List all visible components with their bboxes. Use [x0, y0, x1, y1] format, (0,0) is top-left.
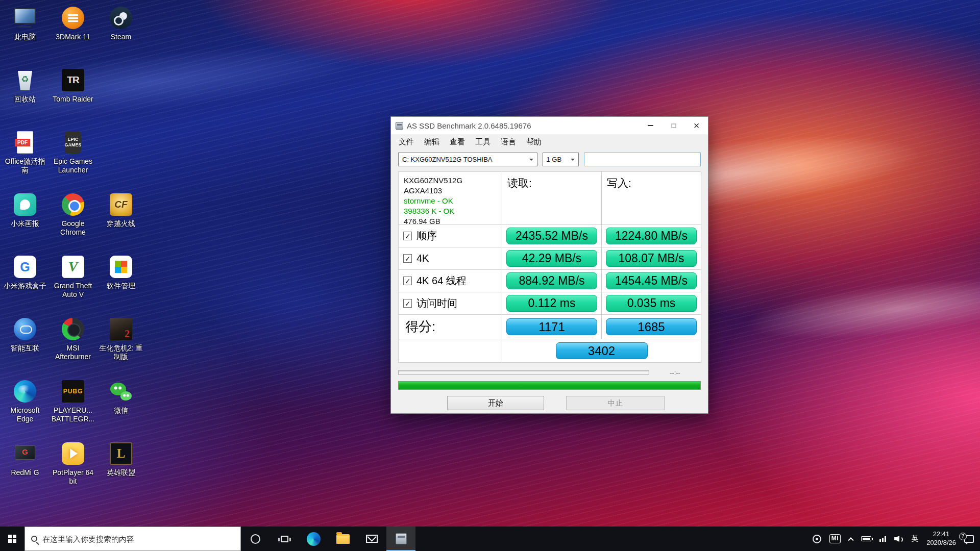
battery-icon[interactable]	[861, 536, 871, 541]
volume-icon[interactable]	[894, 535, 903, 542]
tray-app-icon[interactable]	[813, 535, 821, 543]
mail-button[interactable]	[357, 527, 386, 551]
desktop-icon-software-manager[interactable]: 软件管理	[97, 252, 145, 314]
abort-button[interactable]: 中止	[566, 396, 665, 410]
test-progress-bar	[398, 370, 649, 375]
task-view-icon	[281, 536, 288, 542]
minimize-button[interactable]	[639, 117, 662, 134]
as-ssd-taskbar-button[interactable]	[386, 527, 415, 551]
as-ssd-benchmark-window: AS SSD Benchmark 2.0.6485.19676 × 文件 编辑 …	[390, 116, 708, 414]
clock-time: 22:41	[926, 530, 956, 539]
close-button[interactable]: ×	[685, 117, 708, 134]
taskbar-search[interactable]	[24, 527, 241, 551]
write-score-cell: 1685	[602, 315, 701, 339]
mi-tray-icon[interactable]: MI	[829, 534, 841, 543]
resident-evil-2-icon	[109, 317, 133, 341]
start-button[interactable]: 开始	[447, 396, 544, 410]
desktop-icon-epic-games[interactable]: Epic Games Launcher	[49, 128, 97, 190]
test-row-4k64: 4K 64 线程 884.92 MB/s 1454.45 MB/s	[399, 270, 701, 292]
msi-afterburner-icon	[61, 317, 85, 341]
window-titlebar[interactable]: AS SSD Benchmark 2.0.6485.19676 ×	[391, 117, 708, 134]
4k64-write-value: 1454.45 MB/s	[606, 272, 697, 289]
ime-indicator[interactable]: 英	[911, 534, 918, 543]
clock[interactable]: 22:41 2020/8/26	[926, 530, 956, 547]
desktop-icon-steam[interactable]: Steam	[97, 3, 145, 65]
app-icon	[396, 122, 403, 130]
potplayer-icon	[61, 441, 85, 466]
desktop-icon-mi-pictorial[interactable]: 小米画报	[1, 190, 49, 252]
task-view-button[interactable]	[270, 527, 299, 551]
network-icon[interactable]	[879, 536, 886, 542]
desktop-icon-label: PotPlayer 64 bit	[50, 468, 96, 485]
hidden-icons-chevron-icon[interactable]	[848, 537, 853, 543]
file-explorer-button[interactable]	[328, 527, 357, 551]
desktop-icon-resident-evil-2[interactable]: 生化危机2: 重制版	[97, 314, 145, 377]
benchmark-text-field[interactable]	[584, 153, 701, 166]
tomb-raider-icon	[61, 68, 85, 92]
access-time-read-value: 0.112 ms	[506, 295, 597, 312]
action-center-button[interactable]: 7	[964, 535, 974, 543]
desktop-icon-potplayer[interactable]: PotPlayer 64 bit	[49, 439, 97, 501]
desktop-icon-crossfire[interactable]: 穿越火线	[97, 190, 145, 252]
seq-read-cell: 2435.52 MB/s	[502, 225, 602, 247]
benchmark-table: KXG60ZNV512G AGXA4103 stornvme - OK 3983…	[398, 171, 701, 363]
edge-icon	[307, 532, 321, 546]
access-time-checkbox[interactable]	[403, 299, 412, 308]
desktop-icon-wechat[interactable]: 微信	[97, 377, 145, 439]
desktop-icon-gta-v[interactable]: Grand Theft Auto V	[49, 252, 97, 314]
software-manager-icon	[109, 255, 133, 279]
desktop-icon-label: 此电脑	[2, 33, 48, 41]
menu-help[interactable]: 帮助	[521, 134, 547, 149]
desktop-icon-label: 回收站	[2, 95, 48, 104]
desktop-icon-mi-game-box[interactable]: 小米游戏盒子	[1, 252, 49, 314]
desktop-icon-smart-connect[interactable]: 智能互联	[1, 314, 49, 377]
epic-games-icon	[61, 130, 85, 155]
desktop-icon-recycle-bin[interactable]: 回收站	[1, 65, 49, 128]
cortana-button[interactable]	[241, 527, 270, 551]
desktop-icon-label: Office激活指南	[2, 157, 48, 174]
windows-logo-icon	[8, 535, 16, 543]
seq-checkbox[interactable]	[403, 232, 412, 240]
edge-taskbar-button[interactable]	[299, 527, 328, 551]
desktop-icon-label: 微信	[97, 406, 144, 415]
alignment-status: 398336 K - OK	[404, 206, 497, 216]
read-score-value: 1171	[506, 318, 597, 335]
access-time-write-cell: 0.035 ms	[602, 292, 701, 315]
desktop-icon-label: 小米画报	[2, 219, 48, 228]
desktop-icon-league-of-legends[interactable]: 英雄联盟	[97, 439, 145, 501]
4k-checkbox[interactable]	[403, 254, 412, 263]
test-size-value: 1 GB	[547, 156, 562, 163]
desktop-icon-this-pc[interactable]: 此电脑	[1, 3, 49, 65]
drive-model: KXG60ZNV512G	[404, 176, 497, 186]
desktop-icon-tomb-raider[interactable]: Tomb Raider	[49, 65, 97, 128]
controls-row: C: KXG60ZNV512G TOSHIBA 1 GB	[391, 149, 708, 166]
mi-pictorial-icon	[13, 192, 37, 217]
test-size-select[interactable]: 1 GB	[543, 153, 579, 166]
this-pc-icon	[13, 6, 37, 30]
desktop-icon-google-chrome[interactable]: Google Chrome	[49, 190, 97, 252]
desktop-icon-msi-afterburner[interactable]: MSI Afterburner	[49, 314, 97, 377]
drive-select[interactable]: C: KXG60ZNV512G TOSHIBA	[398, 153, 537, 166]
start-button-taskbar[interactable]	[0, 527, 24, 551]
desktop-icon-office-pdf[interactable]: Office激活指南	[1, 128, 49, 190]
edge-icon	[13, 379, 37, 404]
eta-row: --:--	[398, 369, 701, 377]
search-icon	[31, 536, 37, 542]
maximize-button[interactable]	[662, 117, 685, 134]
overall-progress-fill	[399, 382, 700, 389]
search-input[interactable]	[42, 535, 234, 543]
close-icon: ×	[694, 120, 700, 131]
desktop-icon-redmi-g[interactable]: RedMi G	[1, 439, 49, 501]
menu-view[interactable]: 查看	[445, 134, 470, 149]
desktop-icon-3dmark-11[interactable]: 3DMark 11	[49, 3, 97, 65]
menu-tools[interactable]: 工具	[470, 134, 496, 149]
desktop-icon-microsoft-edge[interactable]: Microsoft Edge	[1, 377, 49, 439]
menu-file[interactable]: 文件	[394, 134, 419, 149]
4k-read-cell: 42.29 MB/s	[502, 247, 602, 270]
desktop-icon-pubg[interactable]: PLAYERU... BATTLEGR...	[49, 377, 97, 439]
menu-edit[interactable]: 编辑	[419, 134, 445, 149]
access-time-label: 访问时间	[416, 296, 457, 310]
4k64-checkbox[interactable]	[403, 277, 412, 285]
menu-language[interactable]: 语言	[496, 134, 521, 149]
system-tray: MI 英 22:41 2020/8/26 7	[806, 527, 980, 551]
